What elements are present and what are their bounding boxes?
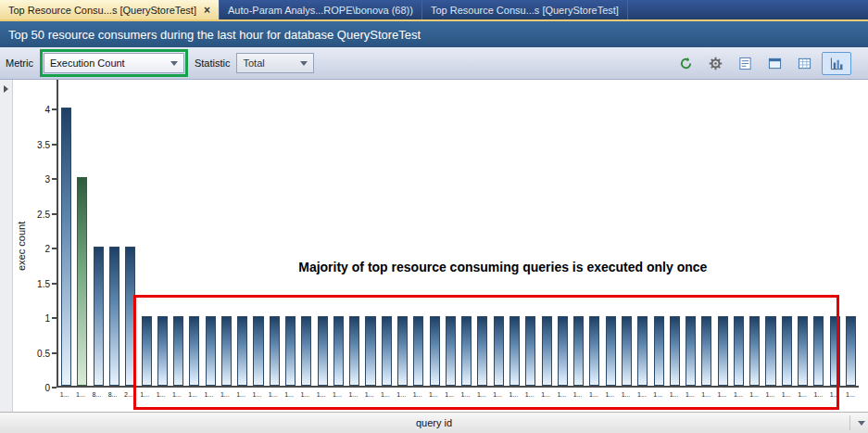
window-view-button[interactable] [762,52,787,75]
chevron-right-icon [4,85,8,93]
chart-annotation-text: Majority of top resource consuming queri… [235,260,771,274]
y-axis: 00.511.522.533.54 [29,80,57,412]
chart-region: exec count 00.511.522.533.54 1...1...8..… [13,80,868,412]
statistic-value: Total [243,57,264,69]
bar-slot [843,316,859,386]
window-view-icon [768,57,782,70]
settings-button[interactable] [703,52,728,75]
report-title-bar: Top 50 resource consumers during the las… [0,21,868,47]
tab-top-resource-consumers-1[interactable]: Top Resource Consu...s [QueryStoreTest] … [0,0,220,19]
tab-auto-param-analysis[interactable]: Auto-Param Analys...ROPE\bonova (68)) [220,0,422,19]
tab-top-resource-consumers-2[interactable]: Top Resource Consu...s [QueryStoreTest] [422,0,628,19]
chart-view-button[interactable] [822,52,851,75]
y-tick-mark [52,178,57,180]
y-tick-mark [52,283,57,285]
y-tick-label: 2 [44,244,50,254]
query-store-report-window: Top Resource Consu...s [QueryStoreTest] … [0,0,868,433]
bar-slot [107,247,122,386]
y-tick-label: 1 [44,313,50,324]
gear-icon [709,57,723,70]
document-tab-strip: Top Resource Consu...s [QueryStoreTest] … [0,0,868,21]
y-tick-label: 4 [44,105,50,115]
bar-slot [91,247,107,386]
collapsed-side-panel[interactable] [0,80,13,412]
query-bar[interactable] [846,316,856,386]
y-tick-label: 3.5 [37,140,50,150]
statistic-label: Statistic [195,57,231,69]
report-toolbar: Metric Execution Count Statistic Total [0,47,868,80]
highlight-box-annotation [133,295,839,410]
x-tick-label: 1... [842,391,858,412]
query-bar-selected[interactable] [77,177,87,386]
y-tick-label: 3 [44,174,50,185]
grid-view-icon [798,57,811,70]
tab-label: Top Resource Consu...s [QueryStoreTest] [8,5,196,16]
refresh-button[interactable] [673,52,698,75]
query-bar[interactable] [94,247,104,386]
chevron-down-icon [170,61,178,66]
plot-area: 1...1...8...8...2...1...1...1...1...1...… [57,80,868,412]
bar-slot [58,108,74,386]
y-tick-mark [52,352,57,354]
y-tick-mark [52,108,57,110]
x-tick-label: 1... [57,391,72,412]
close-icon[interactable]: × [204,5,210,16]
statistic-dropdown[interactable]: Total [236,53,314,73]
y-tick-label: 0.5 [37,349,50,359]
refresh-icon [679,57,693,70]
chevron-down-icon [858,421,865,426]
x-tick-label: 8... [89,391,105,412]
y-tick-mark [52,317,57,319]
metric-dropdown[interactable]: Execution Count [44,53,184,73]
tab-label: Top Resource Consu...s [QueryStoreTest] [431,5,619,16]
y-tick-label: 1.5 [37,279,50,289]
bar-slot [74,177,90,386]
y-tick-mark [52,248,57,249]
x-tick-label: 1... [72,391,88,412]
x-axis-dropdown-button[interactable] [849,415,865,430]
x-axis-label: query id [0,417,868,428]
metric-value: Execution Count [50,57,125,69]
page-title: Top 50 resource consumers during the las… [8,28,421,42]
y-tick-mark [52,387,57,388]
view-query-text-icon [738,57,752,70]
chart-main-area: exec count 00.511.522.533.54 1...1...8..… [0,80,868,412]
toolbar-button-group [673,52,862,75]
query-bar[interactable] [109,247,120,386]
y-tick-mark [52,144,57,146]
x-tick-label: 8... [105,391,120,412]
y-tick-mark [52,213,57,215]
query-bar[interactable] [61,108,71,386]
y-tick-label: 0 [44,383,50,393]
metric-highlight-annotation: Execution Count [40,49,188,77]
view-query-text-button[interactable] [733,52,758,75]
chevron-down-icon [300,61,308,66]
x-axis-bar: query id [0,412,868,433]
bar-chart-view-icon [830,57,844,70]
y-tick-label: 2.5 [37,210,50,220]
tab-label: Auto-Param Analys...ROPE\bonova (68)) [228,5,413,16]
metric-label: Metric [6,57,33,69]
y-axis-title: exec count [13,80,29,412]
grid-view-button[interactable] [792,52,817,75]
